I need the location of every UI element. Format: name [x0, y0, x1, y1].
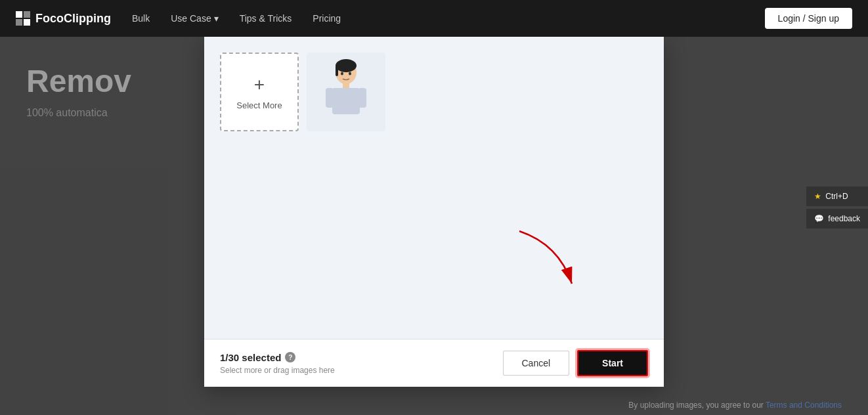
person-illustration — [323, 59, 369, 125]
shortcut-button[interactable]: ★ Ctrl+D — [806, 186, 868, 206]
nav-links: Bulk Use Case ▾ Tips & Tricks Pricing — [132, 13, 744, 24]
modal-body: + Select More — [204, 37, 664, 339]
svg-rect-2 — [336, 66, 338, 76]
feedback-button[interactable]: 💬 feedback — [806, 209, 868, 229]
footer-buttons: Cancel Start — [503, 350, 649, 376]
shortcut-label: Ctrl+D — [825, 192, 848, 201]
svg-point-7 — [341, 72, 343, 76]
logo-icon — [16, 11, 30, 26]
nav-pricing[interactable]: Pricing — [313, 13, 341, 24]
footer-hint: Select more or drag images here — [220, 366, 335, 375]
select-more-card[interactable]: + Select More — [220, 53, 299, 131]
navbar: FocoClipping Bulk Use Case ▾ Tips & Tric… — [0, 0, 868, 37]
side-buttons: ★ Ctrl+D 💬 feedback — [806, 186, 868, 229]
uploaded-image-card — [307, 53, 385, 131]
chevron-down-icon: ▾ — [214, 13, 219, 24]
logo-text: FocoClipping — [35, 12, 111, 26]
chat-icon: 💬 — [814, 214, 824, 223]
upload-modal: + Select More — [204, 37, 664, 387]
arrow-indicator — [506, 218, 585, 299]
svg-rect-5 — [326, 88, 334, 108]
image-grid: + Select More — [220, 53, 648, 131]
nav-bulk[interactable]: Bulk — [132, 13, 150, 24]
selected-count: 1/30 selected ? — [220, 352, 335, 363]
svg-rect-6 — [358, 88, 366, 108]
logo[interactable]: FocoClipping — [16, 11, 111, 26]
footer-info: 1/30 selected ? Select more or drag imag… — [220, 352, 335, 375]
svg-point-8 — [349, 72, 351, 76]
nav-use-case[interactable]: Use Case ▾ — [171, 13, 218, 24]
plus-icon: + — [254, 74, 265, 95]
start-button[interactable]: Start — [577, 350, 648, 376]
nav-tips-tricks[interactable]: Tips & Tricks — [240, 13, 292, 24]
login-button[interactable]: Login / Sign up — [765, 8, 852, 29]
feedback-label: feedback — [828, 214, 860, 223]
svg-rect-3 — [343, 83, 349, 88]
svg-rect-4 — [332, 88, 360, 114]
select-more-label: Select More — [236, 100, 282, 110]
cancel-button[interactable]: Cancel — [503, 351, 570, 376]
modal-footer: 1/30 selected ? Select more or drag imag… — [204, 339, 664, 387]
help-icon[interactable]: ? — [285, 352, 295, 362]
star-icon: ★ — [814, 192, 821, 201]
svg-point-1 — [336, 59, 357, 72]
